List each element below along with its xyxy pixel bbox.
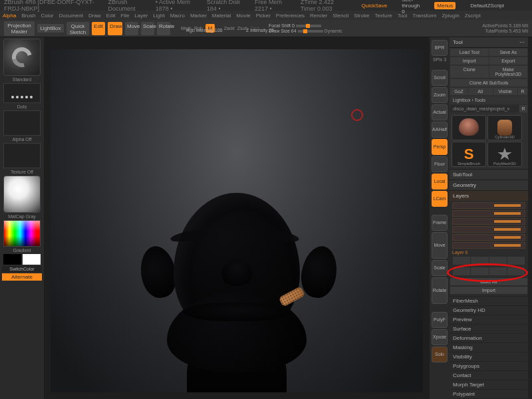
zadd-toggle[interactable]: Zadd — [224, 26, 235, 31]
load-tool-button[interactable]: Load Tool — [450, 49, 489, 56]
acc-deformation[interactable]: Deformation — [450, 333, 528, 342]
layer-row[interactable] — [452, 234, 525, 241]
aahalf-button[interactable]: AAHalf — [432, 122, 448, 138]
menus-toggle[interactable]: Menus — [434, 2, 456, 9]
goz-button[interactable]: GoZ — [450, 88, 467, 95]
z-intensity-slider[interactable]: Z Intensity 25 — [246, 28, 274, 33]
menu-movie[interactable]: Movie — [236, 13, 250, 19]
menu-macro[interactable]: Macro — [170, 13, 185, 19]
acc-surface[interactable]: Surface — [450, 324, 528, 333]
layer-op-button[interactable] — [507, 257, 525, 265]
menu-alpha[interactable]: Alpha — [3, 13, 16, 19]
layer-row[interactable] — [452, 210, 525, 217]
clone-button[interactable]: Clone — [450, 66, 489, 78]
default-zscript[interactable]: DefaultZScript — [470, 3, 504, 9]
menu-brush[interactable]: Brush — [21, 13, 35, 19]
layer-row[interactable] — [452, 202, 525, 209]
make-polymesh3d-button[interactable]: Make PolyMesh3D — [489, 66, 528, 78]
menu-layer[interactable]: Layer — [134, 13, 148, 19]
alternate-button[interactable]: Alternate — [2, 273, 42, 281]
focal-shift-slider[interactable]: Focal Shift 0 — [269, 23, 342, 28]
acc-preview[interactable]: Preview — [450, 315, 528, 324]
menu-file[interactable]: File — [120, 13, 129, 19]
viewport-canvas[interactable] — [51, 49, 423, 392]
acc-polygroups[interactable]: Polygroups — [450, 361, 528, 370]
right-scrollbar[interactable] — [528, 37, 532, 399]
scale-nav-button[interactable]: Scale — [432, 260, 448, 276]
menu-stencil[interactable]: Stencil — [332, 13, 348, 19]
layer-row[interactable] — [452, 242, 525, 249]
menu-light[interactable]: Light — [153, 13, 164, 19]
acc-morphtarget[interactable]: Morph Target — [450, 380, 528, 389]
projection-master-button[interactable]: Projection Master — [4, 21, 35, 36]
goz-r-button[interactable]: R — [518, 88, 527, 95]
subtool-header[interactable]: SubTool — [450, 169, 528, 180]
layer-op-button[interactable] — [453, 267, 470, 275]
acc-masking[interactable]: Masking — [450, 342, 528, 352]
acc-visibility[interactable]: Visibility — [450, 352, 528, 361]
draw-size-slider[interactable]: Draw Size 64Dynamic — [269, 29, 342, 33]
layer-row[interactable] — [452, 226, 525, 233]
layer-row[interactable] — [452, 218, 525, 225]
color-picker[interactable] — [3, 220, 41, 247]
menu-edit[interactable]: Edit — [106, 13, 116, 19]
menu-stroke[interactable]: Stroke — [354, 13, 369, 19]
import-button[interactable]: Import — [450, 57, 489, 65]
brush-thumbnail[interactable] — [3, 39, 41, 76]
menu-preferences[interactable]: Preferences — [276, 13, 305, 19]
layers-header[interactable]: Layers — [450, 190, 528, 201]
bpr-button[interactable]: BPR — [432, 40, 448, 56]
layer-op-button[interactable] — [471, 257, 488, 265]
menu-picker[interactable]: Picker — [256, 13, 271, 19]
menu-tool[interactable]: Tool — [398, 13, 408, 19]
acc-fibermesh[interactable]: FiberMesh — [450, 296, 528, 305]
bake-all-button[interactable]: Bake All — [450, 278, 527, 285]
project-name[interactable]: disco_dean_meshproject_v — [450, 105, 519, 112]
menu-draw[interactable]: Draw — [88, 13, 101, 19]
scroll-button[interactable]: Scroll — [432, 70, 448, 86]
acc-contact[interactable]: Contact — [450, 370, 528, 380]
scale-toggle[interactable]: Scale — [141, 22, 154, 35]
menu-document[interactable]: Document — [59, 13, 83, 19]
layer-op-button[interactable] — [507, 267, 525, 275]
lightbox-button[interactable]: LightBox — [37, 24, 64, 33]
clone-all-subtools-button[interactable]: Clone All SubTools — [450, 79, 527, 86]
xpose-button[interactable]: Xpose — [432, 329, 448, 345]
polyf-toggle[interactable]: PolyF — [432, 312, 448, 328]
lcam-toggle[interactable]: LCam — [432, 191, 448, 207]
move-nav-button[interactable]: Move — [432, 232, 448, 259]
menu-zplugin[interactable]: Zplugin — [442, 13, 459, 19]
export-button[interactable]: Export — [489, 57, 528, 65]
menu-marker[interactable]: Marker — [190, 13, 207, 19]
tool-thumb-polymesh[interactable]: PolyMesh3D — [487, 142, 522, 167]
menu-color[interactable]: Color — [41, 13, 53, 19]
spix-label[interactable]: SPix 3 — [433, 57, 446, 62]
layers-import-button[interactable]: Import — [450, 287, 527, 294]
acc-polypaint[interactable]: Polypaint — [450, 389, 528, 398]
texture-thumbnail[interactable] — [3, 143, 41, 168]
tool-thumb-head[interactable] — [452, 115, 486, 140]
actual-button[interactable]: Actual — [432, 104, 448, 120]
tool-thumb-cylinder[interactable]: Cylinder3D — [487, 115, 522, 140]
gradient-label[interactable]: Gradient — [13, 248, 31, 253]
lightbox-tools-button[interactable]: Lightbox › Tools — [450, 96, 527, 104]
zoom-button[interactable]: Zoom — [432, 87, 448, 103]
rotate-toggle[interactable]: Rotate — [157, 22, 170, 35]
menu-material[interactable]: Material — [212, 13, 231, 19]
stroke-thumbnail[interactable] — [3, 83, 41, 103]
goz-visible-button[interactable]: Visible — [493, 88, 518, 95]
frame-button[interactable]: Frame — [432, 215, 448, 231]
quicksave-button[interactable]: QuickSave — [361, 3, 387, 9]
menu-render[interactable]: Render — [310, 13, 327, 19]
menu-texture[interactable]: Texture — [374, 13, 392, 19]
floor-toggle[interactable]: Floor — [432, 156, 448, 172]
goz-all-button[interactable]: All — [468, 88, 493, 95]
edit-toggle[interactable]: Edit — [92, 22, 105, 35]
layer-op-button[interactable] — [489, 257, 507, 265]
move-toggle[interactable]: Move — [125, 22, 138, 35]
local-toggle[interactable]: Local — [432, 174, 448, 190]
switch-color-button[interactable]: SwitchColor — [2, 266, 42, 272]
acc-geometryhd[interactable]: Geometry HD — [450, 305, 528, 315]
tool-thumb-simplebrush[interactable]: SimpleBrush — [452, 142, 486, 167]
panel-menu-icon[interactable]: ⋯ — [519, 39, 525, 45]
